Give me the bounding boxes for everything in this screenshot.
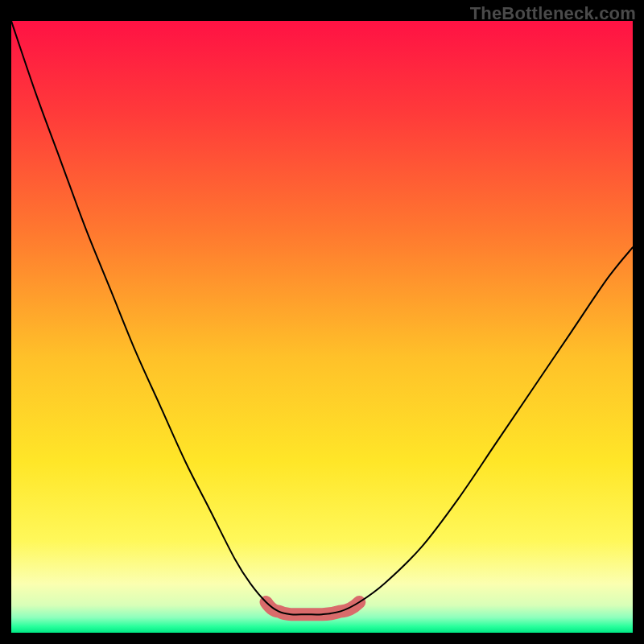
gradient-background (11, 21, 633, 633)
bottleneck-chart (11, 21, 633, 633)
watermark-text: TheBottleneck.com (470, 3, 636, 24)
chart-frame: TheBottleneck.com (0, 0, 644, 644)
plot-area (11, 21, 633, 633)
